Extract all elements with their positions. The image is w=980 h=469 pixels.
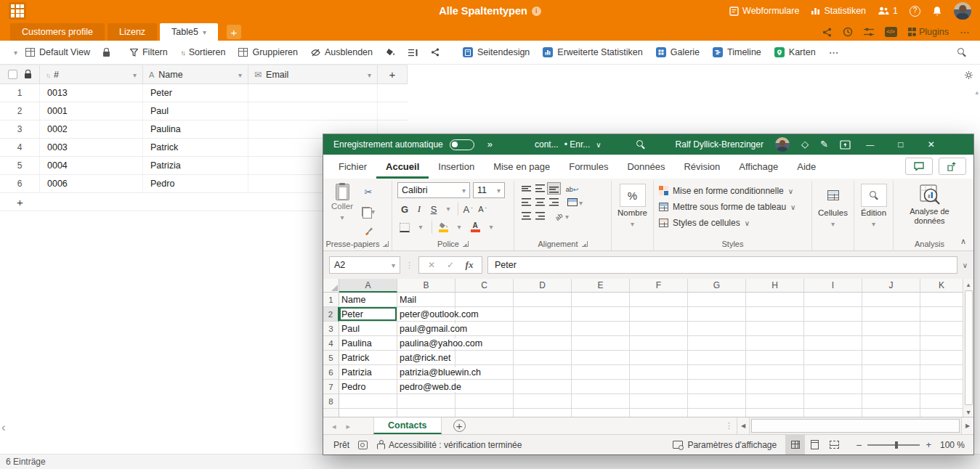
editing-dropdown-icon[interactable] [872, 219, 875, 229]
page-design-button[interactable]: Seitendesign [456, 41, 536, 64]
share-button[interactable] [939, 158, 966, 175]
column-dropdown-icon[interactable] [368, 70, 371, 80]
merge-dropdown-icon[interactable] [579, 197, 583, 208]
cell[interactable] [746, 293, 804, 307]
group-button[interactable]: Gruppieren [232, 41, 304, 64]
cell[interactable] [804, 394, 862, 409]
row-header[interactable]: 7 [323, 380, 339, 394]
cell[interactable] [688, 322, 746, 336]
alignment-dialog-launcher[interactable] [582, 241, 588, 247]
align-center-button[interactable] [533, 196, 547, 208]
table-row[interactable]: 2 0001 Paul [0, 102, 408, 121]
quick-access-overflow-icon[interactable] [487, 139, 493, 150]
active-cell-a2[interactable]: Peter [339, 307, 397, 322]
row-number[interactable]: 2 [0, 102, 40, 120]
col-header-j[interactable]: J [862, 279, 920, 293]
grid-scroll-up-icon[interactable] [975, 86, 979, 97]
cell[interactable] [514, 380, 572, 394]
row-number[interactable]: 6 [0, 175, 40, 192]
row-header[interactable]: 8 [323, 394, 339, 409]
cell-styles-button[interactable]: Styles de cellules [659, 216, 795, 229]
cell-email[interactable] [248, 84, 378, 102]
cell[interactable] [455, 293, 514, 307]
col-header-e[interactable]: E [572, 279, 630, 293]
number-dropdown-icon[interactable] [631, 219, 634, 229]
tab-affichage[interactable]: Affichage [729, 155, 787, 179]
copy-button[interactable] [361, 204, 376, 219]
cell[interactable] [688, 394, 746, 409]
select-all-checkbox[interactable] [8, 70, 17, 79]
cell[interactable] [630, 351, 688, 365]
analyze-data-button[interactable]: Analyse de données [901, 182, 959, 238]
cell[interactable] [746, 394, 804, 409]
tab-aide[interactable]: Aide [787, 155, 825, 179]
col-header-a[interactable]: A [339, 279, 397, 293]
col-header-g[interactable]: G [688, 279, 746, 293]
vertical-scroll-thumb[interactable] [965, 290, 973, 405]
cell[interactable] [514, 351, 572, 365]
cell-name[interactable]: Paul [143, 102, 248, 120]
select-all-header[interactable] [0, 65, 40, 83]
horizontal-scroll-thumb[interactable] [751, 419, 960, 433]
statistics-button[interactable]: Statistiken [811, 6, 866, 16]
formula-input[interactable]: Peter [487, 256, 957, 274]
zoom-level[interactable]: 100 % [937, 440, 965, 450]
cells-dropdown-icon[interactable] [831, 219, 835, 229]
cell[interactable] [455, 351, 514, 365]
sort-button[interactable]: Sortieren [174, 41, 232, 64]
cancel-entry-icon[interactable] [422, 260, 441, 270]
format-as-table-button[interactable]: Mettre sous forme de tableau [659, 200, 795, 213]
macro-record-icon[interactable] [358, 441, 368, 449]
row-header[interactable]: 6 [323, 365, 339, 380]
cell[interactable] [920, 380, 963, 394]
select-all-corner[interactable] [323, 279, 339, 293]
cell-a5[interactable]: Patrick [339, 351, 397, 365]
row-number[interactable]: 3 [0, 121, 40, 138]
cell-id[interactable]: 0006 [40, 175, 143, 192]
cell[interactable] [455, 394, 514, 409]
cell[interactable] [920, 365, 963, 380]
cell-b5[interactable]: pat@rick.net [397, 351, 455, 365]
lock-view-icon[interactable] [97, 41, 116, 64]
cell[interactable] [920, 322, 963, 336]
cell[interactable] [397, 409, 455, 417]
info-icon[interactable] [532, 7, 541, 16]
confirm-entry-icon[interactable] [441, 260, 460, 270]
gallery-button[interactable]: Galerie [649, 41, 706, 64]
add-sheet-button[interactable] [453, 420, 466, 432]
cell[interactable] [688, 380, 746, 394]
fill-color-dropdown-icon[interactable] [452, 220, 466, 234]
table-row[interactable]: 1 0013 Peter [0, 84, 408, 102]
share-view-button[interactable] [424, 41, 446, 64]
grid-scroll-left-icon[interactable] [1, 421, 6, 433]
account-avatar[interactable] [775, 137, 790, 152]
underline-button[interactable]: S [426, 202, 441, 216]
cell-a6[interactable]: Patrizia [339, 365, 397, 380]
align-middle-button[interactable] [533, 182, 547, 195]
font-color-dropdown-icon[interactable] [484, 220, 498, 234]
cell-name[interactable]: Peter [143, 84, 248, 102]
clipboard-dialog-launcher[interactable] [383, 241, 389, 247]
align-top-button[interactable] [519, 182, 533, 195]
cell[interactable] [920, 307, 963, 322]
number-format-button[interactable]: % Nombre [615, 182, 650, 238]
col-header-c[interactable]: C [455, 279, 514, 293]
cell[interactable] [572, 293, 630, 307]
cell[interactable] [804, 336, 862, 351]
cell[interactable] [514, 336, 572, 351]
cell-a1[interactable]: Name [339, 293, 397, 307]
col-header-f[interactable]: F [630, 279, 688, 293]
row-number[interactable]: 5 [0, 157, 40, 174]
font-dialog-launcher[interactable] [463, 241, 469, 247]
cell-a7[interactable]: Pedro [339, 380, 397, 394]
tab-fichier[interactable]: Fichier [329, 155, 376, 179]
zoom-in-button[interactable]: + [926, 439, 931, 450]
cell[interactable] [804, 307, 862, 322]
column-header-email[interactable]: Email [248, 65, 378, 83]
cell[interactable] [688, 336, 746, 351]
seatable-logo-icon[interactable] [9, 2, 26, 20]
increase-indent-button[interactable] [533, 210, 547, 222]
cell[interactable] [746, 307, 804, 322]
font-color-button[interactable]: A [468, 220, 482, 234]
inking-pen-icon[interactable] [820, 139, 828, 150]
